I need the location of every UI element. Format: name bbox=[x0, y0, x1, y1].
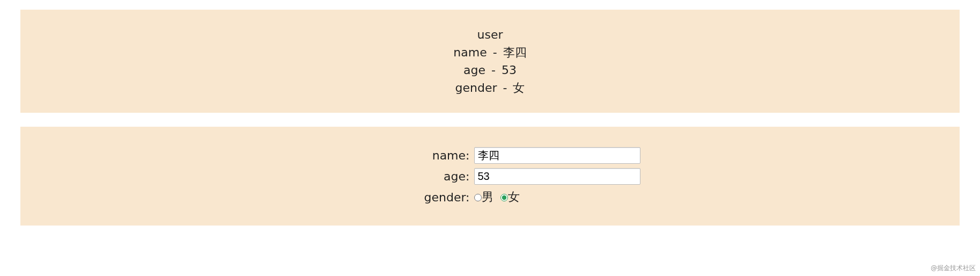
name-row: name: bbox=[31, 147, 949, 164]
gender-male-text: 男 bbox=[482, 190, 493, 204]
separator: - bbox=[497, 81, 513, 95]
display-age-value: 53 bbox=[502, 63, 517, 77]
separator: - bbox=[485, 63, 502, 77]
name-input[interactable] bbox=[474, 147, 640, 164]
separator: - bbox=[487, 46, 503, 59]
age-input[interactable] bbox=[474, 168, 640, 185]
age-row: age: bbox=[31, 168, 949, 185]
display-age-key: age bbox=[463, 63, 485, 77]
gender-option-male[interactable]: 男 bbox=[474, 190, 500, 204]
display-gender-row: gender - 女 bbox=[31, 79, 949, 97]
display-name-key: name bbox=[453, 46, 487, 59]
display-age-row: age - 53 bbox=[31, 61, 949, 79]
display-name-row: name - 李四 bbox=[31, 43, 949, 61]
display-name-value: 李四 bbox=[503, 46, 527, 59]
gender-row: gender: 男 女 bbox=[31, 189, 949, 205]
display-gender-value: 女 bbox=[513, 81, 525, 95]
gender-female-text: 女 bbox=[508, 190, 520, 204]
display-gender-key: gender bbox=[455, 81, 497, 95]
name-label: name: bbox=[335, 149, 474, 162]
gender-option-female[interactable]: 女 bbox=[500, 190, 523, 204]
gender-radio-group: 男 女 bbox=[474, 189, 646, 205]
user-form-panel: name: age: gender: 男 女 bbox=[20, 127, 960, 226]
gender-radio-female[interactable] bbox=[500, 194, 508, 201]
gender-label: gender: bbox=[335, 191, 474, 204]
display-title: user bbox=[31, 26, 949, 43]
user-display-panel: user name - 李四 age - 53 gender - 女 bbox=[20, 10, 960, 113]
gender-radio-male[interactable] bbox=[474, 194, 482, 201]
age-label: age: bbox=[335, 170, 474, 183]
